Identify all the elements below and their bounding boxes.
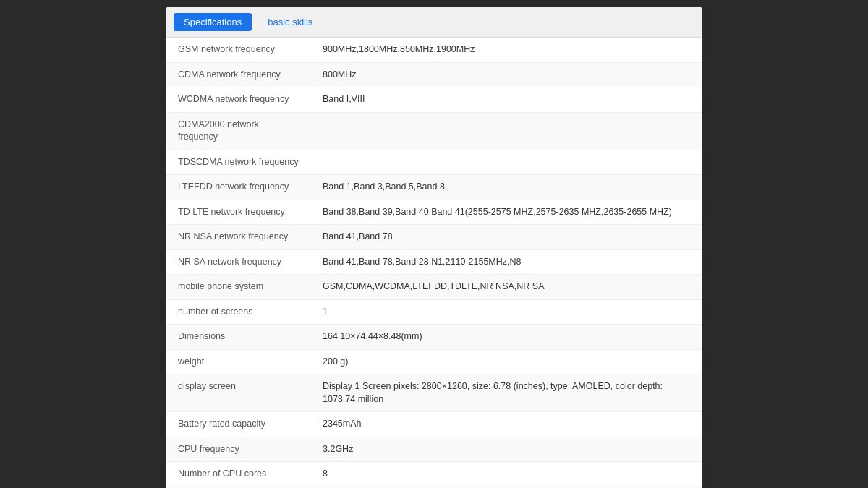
spec-label: TDSCDMA network frequency bbox=[166, 150, 311, 175]
spec-value: 800MHz bbox=[311, 62, 702, 87]
spec-label: CDMA2000 network frequency bbox=[166, 112, 311, 150]
table-row: WCDMA network frequencyBand I,VIII bbox=[166, 87, 702, 113]
table-row: GSM network frequency900MHz,1800MHz,850M… bbox=[166, 38, 702, 62]
spec-value: Band 41,Band 78 bbox=[311, 225, 702, 250]
spec-label: weight bbox=[166, 349, 311, 374]
spec-value: Display 1 Screen pixels: 2800×1260, size… bbox=[311, 374, 702, 412]
spec-value: 900MHz,1800MHz,850MHz,1900MHz bbox=[311, 38, 702, 62]
spec-value: 3.2GHz bbox=[311, 437, 702, 462]
table-row: LTEFDD network frequencyBand 1,Band 3,Ba… bbox=[166, 175, 702, 200]
table-row: NR SA network frequencyBand 41,Band 78,B… bbox=[166, 249, 702, 275]
spec-label: NR SA network frequency bbox=[166, 249, 311, 275]
spec-label: CPU frequency bbox=[166, 437, 311, 462]
tabs-bar: Specifications basic skills bbox=[166, 7, 702, 38]
spec-value: 8 bbox=[311, 462, 702, 487]
spec-value: 200 g) bbox=[311, 349, 702, 374]
spec-label: display screen bbox=[166, 374, 311, 412]
table-row: CPU frequency3.2GHz bbox=[166, 437, 702, 462]
table-row: TD LTE network frequencyBand 38,Band 39,… bbox=[166, 200, 702, 225]
spec-label: LTEFDD network frequency bbox=[166, 175, 311, 200]
table-row: display screenDisplay 1 Screen pixels: 2… bbox=[166, 374, 702, 412]
spec-label: Battery rated capacity bbox=[166, 412, 311, 437]
table-row: Dimensions164.10×74.44×8.48(mm) bbox=[166, 325, 702, 350]
tab-specifications[interactable]: Specifications bbox=[174, 13, 252, 31]
spec-value: 2345mAh bbox=[311, 412, 702, 437]
spec-label: mobile phone system bbox=[166, 275, 311, 300]
spec-value: Band I,VIII bbox=[311, 87, 702, 113]
table-row: Number of CPU cores8 bbox=[166, 462, 702, 487]
spec-value bbox=[311, 150, 702, 175]
specs-table: GSM network frequency900MHz,1800MHz,850M… bbox=[166, 38, 702, 488]
content-panel: Specifications basic skills GSM network … bbox=[166, 7, 702, 488]
table-row: CDMA network frequency800MHz bbox=[166, 62, 702, 87]
spec-value bbox=[311, 112, 702, 150]
table-row: TDSCDMA network frequency bbox=[166, 150, 702, 175]
spec-value: Band 38,Band 39,Band 40,Band 41(2555-257… bbox=[311, 200, 702, 225]
table-row: weight200 g) bbox=[166, 349, 702, 374]
page-wrapper: Specifications basic skills GSM network … bbox=[0, 0, 868, 488]
spec-label: Number of CPU cores bbox=[166, 462, 311, 487]
spec-value: 164.10×74.44×8.48(mm) bbox=[311, 325, 702, 350]
spec-value: Band 41,Band 78,Band 28,N1,2110-2155MHz,… bbox=[311, 249, 702, 275]
spec-label: Dimensions bbox=[166, 325, 311, 350]
spec-label: NR NSA network frequency bbox=[166, 225, 311, 250]
table-row: number of screens1 bbox=[166, 299, 702, 325]
spec-label: CDMA network frequency bbox=[166, 62, 311, 87]
tab-basic-skills[interactable]: basic skills bbox=[258, 13, 323, 31]
spec-label: GSM network frequency bbox=[166, 38, 311, 62]
spec-label: TD LTE network frequency bbox=[166, 200, 311, 225]
spec-value: GSM,CDMA,WCDMA,LTEFDD,TDLTE,NR NSA,NR SA bbox=[311, 275, 702, 300]
spec-label: number of screens bbox=[166, 299, 311, 325]
spec-label: WCDMA network frequency bbox=[166, 87, 311, 113]
table-row: mobile phone systemGSM,CDMA,WCDMA,LTEFDD… bbox=[166, 275, 702, 300]
table-row: CDMA2000 network frequency bbox=[166, 112, 702, 150]
table-row: NR NSA network frequencyBand 41,Band 78 bbox=[166, 225, 702, 250]
table-row: Battery rated capacity2345mAh bbox=[166, 412, 702, 437]
spec-value: 1 bbox=[311, 299, 702, 325]
spec-value: Band 1,Band 3,Band 5,Band 8 bbox=[311, 175, 702, 200]
